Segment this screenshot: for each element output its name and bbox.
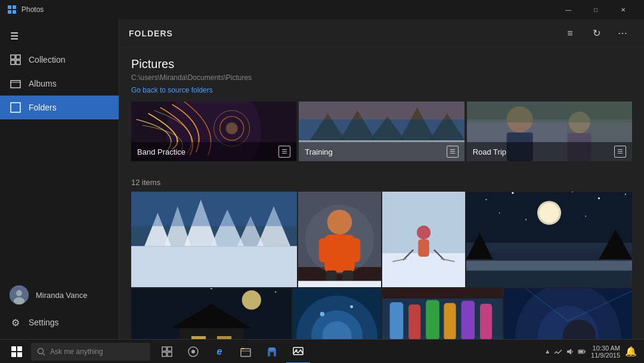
- photo-row-1: [131, 192, 632, 287]
- more-icon: ⋯: [618, 27, 627, 39]
- maximize-button[interactable]: □: [582, 0, 609, 19]
- clock[interactable]: 10:30 AM 11/9/2015: [591, 344, 620, 359]
- albums-icon: [10, 78, 21, 90]
- store-icon: [266, 346, 278, 358]
- svg-point-78: [525, 219, 527, 220]
- training-label-row: Training: [299, 142, 464, 161]
- section-path: C:\users\Miranda\Documents\Pictures: [131, 73, 632, 82]
- app-body: ☰ Collection Albums Folders: [0, 19, 644, 339]
- task-view-button[interactable]: [155, 340, 179, 364]
- svg-point-71: [485, 199, 487, 200]
- network-icon: [554, 347, 562, 356]
- battery-icon: [578, 347, 586, 356]
- photos-icon: [292, 345, 304, 357]
- avatar: [10, 285, 29, 304]
- more-options-button[interactable]: ⋯: [611, 23, 634, 44]
- svg-rect-127: [408, 304, 420, 339]
- settings-label: Settings: [29, 318, 59, 327]
- minimize-button[interactable]: —: [555, 0, 582, 19]
- folder-tile-band-practice[interactable]: Band Practice: [131, 101, 296, 161]
- svg-point-75: [598, 197, 600, 199]
- training-title: Training: [305, 147, 332, 156]
- svg-point-19: [226, 122, 238, 134]
- photo-cell-4[interactable]: [466, 192, 632, 287]
- svg-rect-59: [298, 281, 381, 288]
- svg-rect-161: [579, 350, 583, 353]
- photo-cell-7[interactable]: [382, 288, 503, 339]
- menu-button[interactable]: ☰: [2, 24, 26, 48]
- svg-rect-64: [418, 239, 429, 257]
- svg-point-146: [38, 348, 44, 353]
- settings-item[interactable]: ⚙ Settings: [0, 310, 119, 334]
- svg-point-76: [625, 193, 626, 195]
- hamburger-icon: ☰: [10, 30, 18, 42]
- svg-rect-151: [168, 352, 172, 356]
- back-link[interactable]: Go back to source folders: [131, 86, 213, 94]
- photo-cell-8[interactable]: [504, 288, 632, 339]
- file-explorer-button[interactable]: [234, 340, 258, 364]
- refresh-button[interactable]: ↻: [584, 23, 608, 44]
- svg-rect-49: [131, 192, 297, 226]
- photo-cell-1[interactable]: [131, 192, 297, 287]
- svg-rect-29: [299, 119, 464, 140]
- photo-cell-3[interactable]: [382, 192, 465, 287]
- svg-rect-162: [584, 351, 586, 352]
- sidebar-collection-label: Collection: [29, 55, 65, 64]
- edge-icon: e: [217, 346, 222, 357]
- photos-button[interactable]: [286, 340, 310, 364]
- svg-rect-6: [16, 55, 20, 59]
- edge-button[interactable]: e: [208, 340, 231, 364]
- sidebar: ☰ Collection Albums Folders: [0, 19, 119, 339]
- sidebar-item-folders[interactable]: Folders: [0, 96, 119, 119]
- svg-rect-4: [13, 10, 16, 14]
- folder-tile-training[interactable]: Training: [299, 101, 464, 161]
- explorer-icon: [240, 346, 252, 358]
- folder-select-icon-2: [447, 146, 459, 158]
- search-bar[interactable]: Ask me anything: [31, 343, 150, 361]
- svg-rect-142: [11, 346, 16, 351]
- sidebar-bottom: Miranda Vance ⚙ Settings: [0, 279, 119, 339]
- svg-point-82: [539, 203, 559, 223]
- svg-rect-144: [11, 352, 16, 357]
- folder-tile-road-trip[interactable]: Road Trip: [467, 101, 632, 161]
- svg-point-108: [350, 305, 353, 308]
- svg-rect-11: [11, 103, 20, 112]
- svg-rect-8: [16, 60, 20, 64]
- view-toggle-button[interactable]: ≡: [558, 23, 582, 44]
- folder-select-icon: [278, 146, 290, 158]
- svg-rect-150: [162, 352, 166, 356]
- folders-icon: [10, 101, 21, 113]
- photo-cell-5[interactable]: [131, 288, 292, 339]
- photo-row-2: [131, 288, 632, 339]
- svg-rect-129: [444, 303, 456, 339]
- date-display: 11/9/2015: [591, 352, 620, 359]
- system-tray: ▲: [544, 347, 586, 356]
- start-button[interactable]: [2, 340, 31, 364]
- sidebar-item-albums[interactable]: Albums: [0, 72, 119, 96]
- svg-point-95: [242, 290, 261, 309]
- store-button[interactable]: [260, 340, 284, 364]
- notification-icon[interactable]: 🔔: [625, 346, 637, 357]
- user-profile[interactable]: Miranda Vance: [0, 279, 119, 310]
- photo-cell-6[interactable]: [293, 288, 381, 339]
- band-practice-title: Band Practice: [137, 147, 185, 156]
- svg-point-14: [14, 297, 24, 304]
- svg-rect-28: [299, 101, 464, 119]
- svg-rect-56: [350, 238, 360, 263]
- taskbar: Ask me anything e: [0, 339, 644, 363]
- svg-rect-155: [241, 348, 244, 349]
- close-button[interactable]: ✕: [609, 0, 637, 19]
- svg-rect-128: [426, 300, 439, 339]
- photo-cell-2[interactable]: [298, 192, 381, 287]
- sidebar-item-collection[interactable]: Collection: [0, 48, 119, 72]
- app-icon: [7, 5, 17, 14]
- user-name: Miranda Vance: [36, 291, 87, 300]
- chevron-icon[interactable]: ▲: [544, 348, 550, 355]
- svg-rect-143: [17, 346, 22, 351]
- svg-rect-126: [390, 302, 404, 339]
- cortana-button[interactable]: [181, 340, 205, 364]
- collection-icon: [10, 54, 21, 66]
- svg-point-72: [512, 192, 513, 193]
- section-title: Pictures: [131, 57, 632, 71]
- svg-rect-7: [11, 60, 15, 64]
